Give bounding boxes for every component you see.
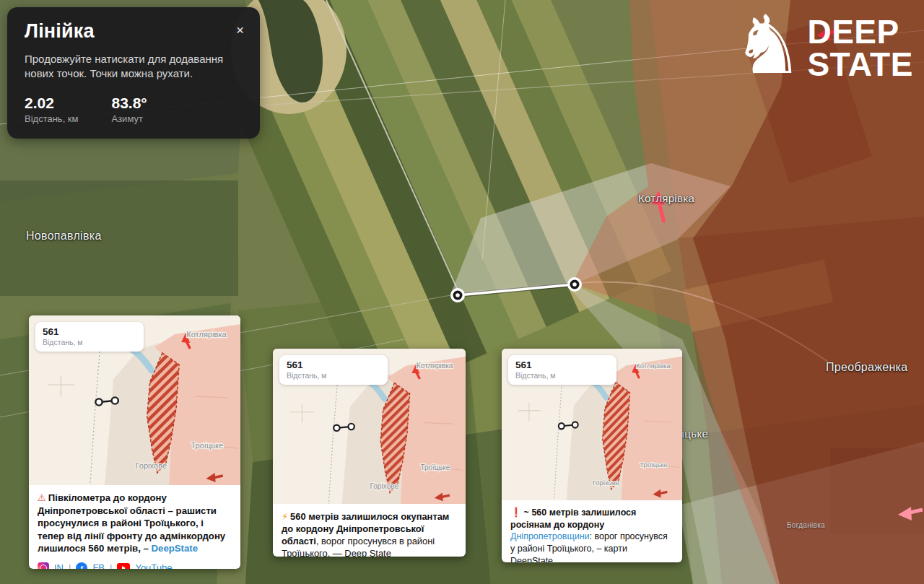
post-3-text: ❗~ 560 метрів залишилося росіянам до кор… <box>510 507 674 562</box>
lightning-icon: ⚡ <box>282 511 288 522</box>
minimap-ruler-readout: 561 Відстань, м <box>35 322 144 352</box>
svg-text:Горіхове: Горіхове <box>136 461 167 470</box>
deepstate-link[interactable]: DeepState <box>152 543 199 554</box>
distance-stat: 2.02 Відстань, км <box>25 95 78 124</box>
azimuth-value: 83.8° <box>111 95 147 112</box>
post-2-text: ⚡560 метрів залишилося окупантам до корд… <box>282 510 457 557</box>
minimap-ruler-readout: 561 Відстань, м <box>508 355 616 385</box>
svg-text:Горіхове: Горіхове <box>370 482 398 490</box>
social-links: IN | FB | YouTube <box>38 562 232 569</box>
svg-text:Троїцьке: Троїцьке <box>640 461 667 468</box>
logo-line2: STATE <box>807 48 912 81</box>
deepstate-logo: ♞ DEEP STATE <box>732 6 913 85</box>
post-3-minimap: Котлярівка Троїцьке Горіхове 561 Відстан… <box>502 349 682 500</box>
warning-icon: ⚠ <box>38 492 46 503</box>
exclamation-icon: ❗ <box>510 507 522 518</box>
region-link[interactable]: Дніпропетровщини <box>510 531 590 541</box>
ruler-panel-title: Лінійка <box>25 20 243 43</box>
post-1-text: ⚠Півкілометра до кордону Дніпропетровськ… <box>38 492 232 555</box>
youtube-icon[interactable] <box>117 563 130 569</box>
deepstate-map-app: Новопавлівка Котлярівка Преображенка Тро… <box>0 0 924 584</box>
azimuth-label: Азимут <box>111 113 147 124</box>
svg-text:Троїцьке: Троїцьке <box>191 441 223 450</box>
instagram-icon[interactable] <box>38 562 49 569</box>
youtube-link[interactable]: YouTube <box>135 562 172 569</box>
minimap-ruler-readout: 561 Відстань, м <box>279 355 388 385</box>
ruler-panel-description: Продовжуйте натискати для додавання нови… <box>25 52 243 82</box>
instagram-link[interactable]: IN <box>54 562 64 569</box>
post-1-minimap: Котлярівка Троїцьке Горіхове 561 Відстан… <box>29 315 240 485</box>
facebook-link[interactable]: FB <box>92 562 105 569</box>
distance-value: 2.02 <box>25 95 78 112</box>
svg-text:Горіхове: Горіхове <box>593 479 619 487</box>
azimuth-stat: 83.8° Азимут <box>111 95 147 124</box>
post-card-3: Котлярівка Троїцьке Горіхове 561 Відстан… <box>502 349 682 562</box>
distance-label: Відстань, км <box>25 113 78 124</box>
ruler-point-b[interactable] <box>567 277 582 292</box>
close-icon[interactable]: × <box>236 23 244 37</box>
post-card-2: Котлярівка Троїцьке Горіхове 561 Відстан… <box>273 349 466 557</box>
svg-text:Котлярівка: Котлярівка <box>417 362 453 370</box>
chess-knight-icon: ♞ <box>732 4 804 85</box>
svg-text:Троїцьке: Троїцьке <box>420 463 450 471</box>
ruler-point-a[interactable] <box>450 288 465 302</box>
svg-text:Котлярівка: Котлярівка <box>636 362 671 370</box>
svg-text:Котлярівка: Котлярівка <box>186 330 227 339</box>
logo-line1: DEEP <box>807 16 912 48</box>
post-2-minimap: Котлярівка Троїцьке Горіхове 561 Відстан… <box>273 349 466 504</box>
ruler-panel: Лінійка × Продовжуйте натискати для дода… <box>7 7 260 139</box>
facebook-icon[interactable] <box>76 562 87 569</box>
post-card-1: Котлярівка Троїцьке Горіхове 561 Відстан… <box>29 315 240 569</box>
